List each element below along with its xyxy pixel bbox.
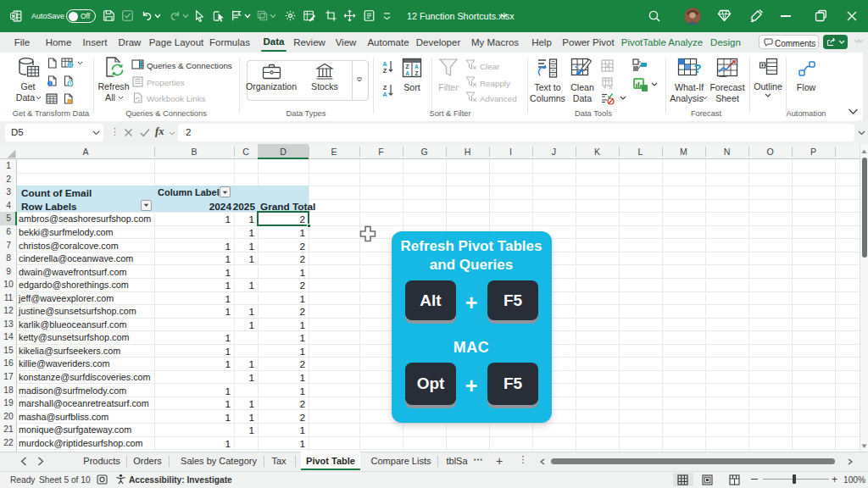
svg-text:A: A (405, 70, 409, 76)
svg-text:A: A (415, 64, 419, 69)
svg-text:Z: Z (406, 64, 409, 69)
svg-text:Z: Z (383, 67, 387, 74)
svg-text:A: A (382, 91, 387, 97)
svg-text:Z: Z (415, 70, 418, 76)
svg-text:i: i (49, 80, 50, 86)
svg-text:?: ? (693, 61, 701, 75)
